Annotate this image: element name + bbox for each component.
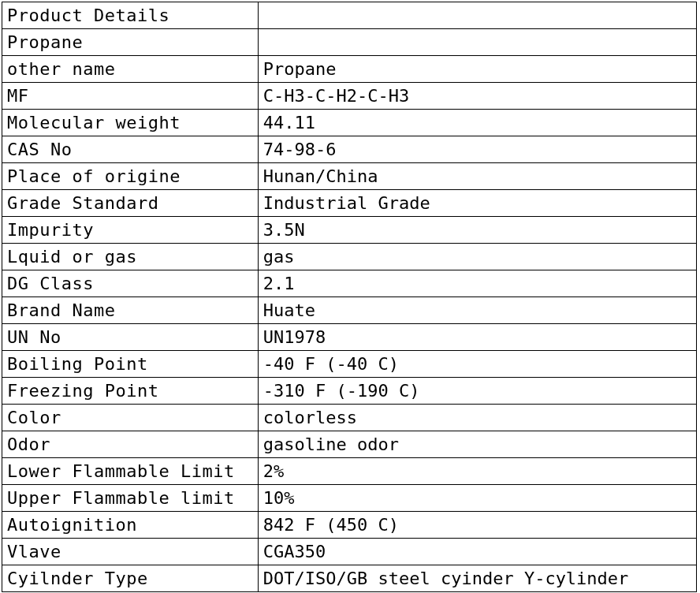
row-label: DG Class (2, 270, 259, 297)
table-row: Autoignition 842 F (450 C) (2, 512, 697, 539)
row-value: DOT/ISO/GB steel cyinder Y-cylinder (258, 565, 696, 592)
row-label: Upper Flammable limit (2, 485, 259, 512)
table-row: CAS No 74-98-6 (2, 136, 697, 163)
table-row: Upper Flammable limit 10% (2, 485, 697, 512)
table-row: UN No UN1978 (2, 324, 697, 351)
row-value: Industrial Grade (258, 190, 696, 217)
row-label: Odor (2, 431, 259, 458)
table-row: Vlave CGA350 (2, 539, 697, 565)
row-label: Place of origine (2, 163, 259, 190)
row-value: 3.5N (258, 217, 696, 244)
row-value: colorless (258, 405, 696, 431)
table-row: DG Class 2.1 (2, 270, 697, 297)
row-label: Lower Flammable Limit (2, 458, 259, 485)
row-label: Lquid or gas (2, 244, 259, 270)
table-row: other name Propane (2, 56, 697, 83)
row-value: -310 F (-190 C) (258, 378, 696, 405)
table-row: Molecular weight 44.11 (2, 110, 697, 136)
row-value: 44.11 (258, 110, 696, 136)
row-value: -40 F (-40 C) (258, 351, 696, 378)
row-value: Propane (258, 56, 696, 83)
row-value: Hunan/China (258, 163, 696, 190)
row-value: gasoline odor (258, 431, 696, 458)
row-label: Freezing Point (2, 378, 259, 405)
row-label: Brand Name (2, 297, 259, 324)
row-value: 10% (258, 485, 696, 512)
row-label: Autoignition (2, 512, 259, 539)
row-label: Product Details (2, 2, 259, 29)
row-label: Propane (2, 29, 259, 56)
row-value (258, 29, 696, 56)
row-value: gas (258, 244, 696, 270)
row-label: Boiling Point (2, 351, 259, 378)
row-label: Grade Standard (2, 190, 259, 217)
row-label: Impurity (2, 217, 259, 244)
row-value: UN1978 (258, 324, 696, 351)
row-label: Color (2, 405, 259, 431)
table-row: Lquid or gas gas (2, 244, 697, 270)
row-value: Huate (258, 297, 696, 324)
row-value: C-H3-C-H2-C-H3 (258, 83, 696, 110)
table-row: Place of origine Hunan/China (2, 163, 697, 190)
row-value: 2.1 (258, 270, 696, 297)
table-row: Impurity 3.5N (2, 217, 697, 244)
table-row: Color colorless (2, 405, 697, 431)
row-label: Cyilnder Type (2, 565, 259, 592)
row-label: Vlave (2, 539, 259, 565)
table-row: Boiling Point -40 F (-40 C) (2, 351, 697, 378)
row-value: 74-98-6 (258, 136, 696, 163)
table-row: Odor gasoline odor (2, 431, 697, 458)
table-row: Cyilnder Type DOT/ISO/GB steel cyinder Y… (2, 565, 697, 592)
table-row: Grade Standard Industrial Grade (2, 190, 697, 217)
product-details-table: Product Details Propane other name Propa… (2, 2, 697, 592)
table-row: Brand Name Huate (2, 297, 697, 324)
table-row: Propane (2, 29, 697, 56)
table-row: Freezing Point -310 F (-190 C) (2, 378, 697, 405)
row-value (258, 2, 696, 29)
table-row: Lower Flammable Limit 2% (2, 458, 697, 485)
row-label: UN No (2, 324, 259, 351)
row-value: 2% (258, 458, 696, 485)
row-label: MF (2, 83, 259, 110)
table-row: MF C-H3-C-H2-C-H3 (2, 83, 697, 110)
row-label: other name (2, 56, 259, 83)
row-value: CGA350 (258, 539, 696, 565)
row-value: 842 F (450 C) (258, 512, 696, 539)
row-label: CAS No (2, 136, 259, 163)
table-body: Product Details Propane other name Propa… (2, 2, 697, 592)
row-label: Molecular weight (2, 110, 259, 136)
table-row: Product Details (2, 2, 697, 29)
